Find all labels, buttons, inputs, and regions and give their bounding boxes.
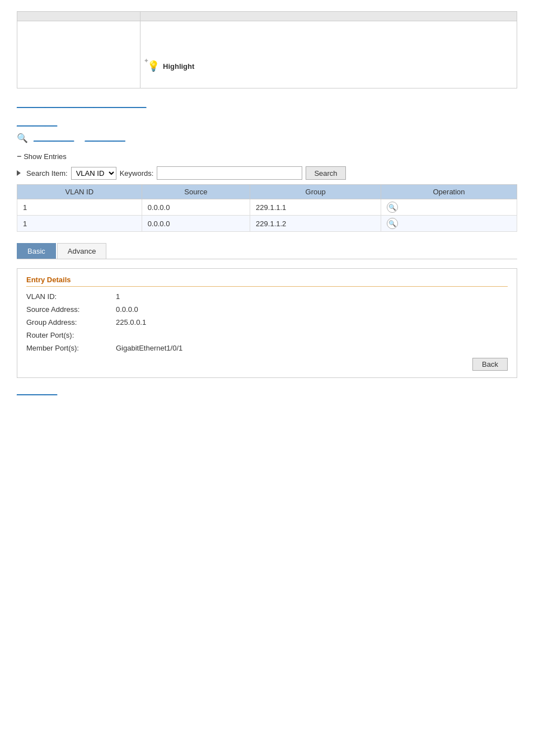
sub-link-2[interactable]: __________ xyxy=(34,132,74,144)
value-member-ports: GigabitEthernet1/0/1 xyxy=(116,344,182,352)
detail-row-member: Member Port(s): GigabitEthernet1/0/1 xyxy=(26,344,508,352)
search-bar: Search Item: VLAN ID Source Group Keywor… xyxy=(17,166,517,180)
tabs-section: Basic Advance Entry Details VLAN ID: 1 S… xyxy=(17,243,517,378)
keywords-label: Keywords: xyxy=(120,169,154,178)
label-source-address: Source Address: xyxy=(26,305,116,314)
main-link-row: ________________________________ xyxy=(17,100,517,108)
sub-link-row1: __________ xyxy=(17,117,517,129)
table-row: 1 0.0.0.0 229.1.1.1 🔍 xyxy=(17,199,517,216)
minus-icon: − xyxy=(17,152,21,161)
main-link[interactable]: ________________________________ xyxy=(17,100,146,108)
highlight-label: Highlight xyxy=(163,62,194,71)
back-button[interactable]: Back xyxy=(472,358,508,371)
value-vlan-id: 1 xyxy=(116,292,120,301)
col-vlan-id: VLAN ID xyxy=(17,185,142,199)
col-operation: Operation xyxy=(381,185,517,199)
col-group: Group xyxy=(250,185,381,199)
value-source-address: 0.0.0.0 xyxy=(116,305,138,314)
top-table-header-right xyxy=(140,12,517,21)
sub-link-1[interactable]: __________ xyxy=(17,118,57,127)
row2-operation: 🔍 xyxy=(381,216,517,232)
entry-details-section: Entry Details VLAN ID: 1 Source Address:… xyxy=(17,268,517,378)
detail-row-router: Router Port(s): xyxy=(26,331,508,339)
label-vlan-id: VLAN ID: xyxy=(26,292,116,301)
text-section: __________ 🔍 __________ __________ xyxy=(17,117,517,145)
highlight-icon-container: ✦💡 Highlight xyxy=(147,60,194,72)
bulb-icon: ✦💡 xyxy=(147,60,160,72)
value-group-address: 225.0.0.1 xyxy=(116,318,146,326)
label-group-address: Group Address: xyxy=(26,318,116,326)
footer-link-section: __________ xyxy=(17,387,517,395)
top-info-table: ✦💡 Highlight xyxy=(17,11,517,88)
table-row: 1 0.0.0.0 229.1.1.2 🔍 xyxy=(17,216,517,232)
magnifier-icon: 🔍 xyxy=(17,131,28,146)
tab-basic[interactable]: Basic xyxy=(17,243,56,259)
arrow-right-icon xyxy=(17,170,21,176)
row1-detail-icon[interactable]: 🔍 xyxy=(387,202,398,213)
top-table-cell-left xyxy=(17,21,140,88)
detail-row-vlan: VLAN ID: 1 xyxy=(26,292,508,301)
tab-advance[interactable]: Advance xyxy=(57,243,107,259)
links-section: ________________________________ xyxy=(17,100,517,108)
row1-group: 229.1.1.1 xyxy=(250,199,381,216)
detail-row-source: Source Address: 0.0.0.0 xyxy=(26,305,508,314)
row1-source: 0.0.0.0 xyxy=(142,199,250,216)
detail-row-group: Group Address: 225.0.0.1 xyxy=(26,318,508,326)
search-button[interactable]: Search xyxy=(306,166,345,180)
search-item-dropdown[interactable]: VLAN ID Source Group xyxy=(71,167,116,180)
tabs-bar: Basic Advance xyxy=(17,243,517,259)
row2-group: 229.1.1.2 xyxy=(250,216,381,232)
row2-vlan-id: 1 xyxy=(17,216,142,232)
label-router-ports: Router Port(s): xyxy=(26,331,116,339)
top-table-header-left xyxy=(17,12,140,21)
label-member-ports: Member Port(s): xyxy=(26,344,116,352)
show-entries-toggle[interactable]: − Show Entries xyxy=(17,152,517,161)
row2-source: 0.0.0.0 xyxy=(142,216,250,232)
data-table: VLAN ID Source Group Operation 1 0.0.0.0… xyxy=(17,184,517,232)
row1-operation: 🔍 xyxy=(381,199,517,216)
row1-vlan-id: 1 xyxy=(17,199,142,216)
search-item-label: Search Item: xyxy=(26,169,68,178)
footer-link[interactable]: __________ xyxy=(17,387,57,395)
col-source: Source xyxy=(142,185,250,199)
top-table-cell-right: ✦💡 Highlight xyxy=(140,21,517,88)
show-entries-section: − Show Entries Search Item: VLAN ID Sour… xyxy=(17,152,517,232)
row2-detail-icon[interactable]: 🔍 xyxy=(387,218,398,229)
sub-link-3[interactable]: __________ xyxy=(85,132,125,144)
keywords-input[interactable] xyxy=(157,166,302,180)
back-button-row: Back xyxy=(26,358,508,371)
show-entries-label: Show Entries xyxy=(24,152,67,161)
sub-link-row2: 🔍 __________ __________ xyxy=(17,131,517,146)
entry-details-title: Entry Details xyxy=(26,276,508,287)
